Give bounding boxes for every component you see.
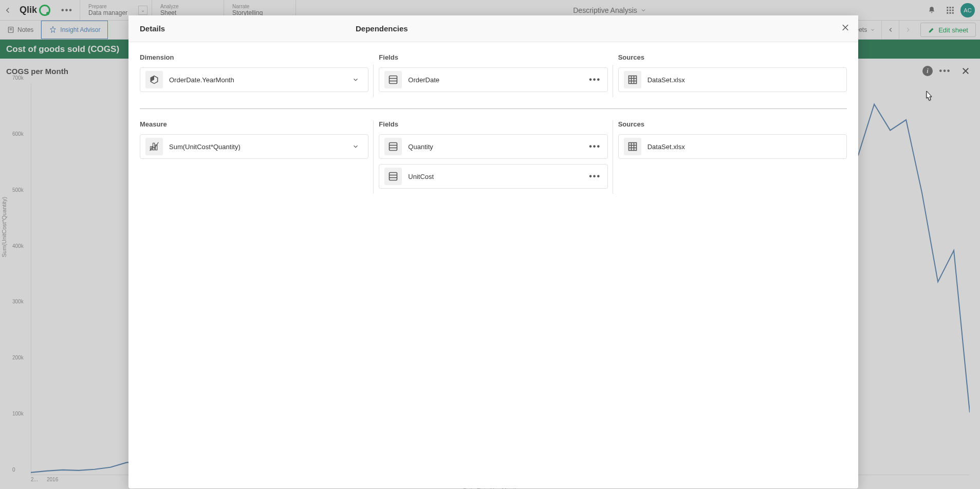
dependency-row-measure: Measure Sum(UnitCost*Quantity) Fields bbox=[140, 108, 847, 205]
app-title-dropdown[interactable]: Descriptive Analysis bbox=[573, 6, 646, 14]
modal-header: Details Dependencies bbox=[128, 15, 858, 42]
nav-tab-label: Prepare bbox=[88, 4, 143, 9]
notes-icon bbox=[7, 26, 14, 33]
apps-button[interactable] bbox=[942, 2, 958, 19]
fields-title: Fields bbox=[379, 120, 607, 128]
notes-button[interactable]: Notes bbox=[0, 21, 41, 39]
field-more-button[interactable]: ••• bbox=[588, 142, 602, 151]
close-icon bbox=[961, 66, 970, 76]
source-card[interactable]: DataSet.xlsx bbox=[618, 134, 847, 159]
nav-center: Descriptive Analysis bbox=[296, 6, 923, 14]
qlik-logo: Qlik bbox=[15, 5, 54, 16]
more-icon: ••• bbox=[939, 66, 951, 76]
pencil-icon bbox=[928, 26, 935, 33]
source-label: DataSet.xlsx bbox=[648, 143, 841, 151]
measure-icon bbox=[145, 138, 163, 155]
svg-rect-17 bbox=[390, 76, 397, 84]
field-more-button[interactable]: ••• bbox=[588, 75, 602, 84]
measure-label: Sum(UnitCost*Quantity) bbox=[169, 143, 348, 151]
chevron-right-icon bbox=[904, 26, 912, 33]
field-label: UnitCost bbox=[408, 173, 587, 180]
cube-icon bbox=[145, 71, 163, 88]
app-more-button[interactable]: ••• bbox=[54, 0, 80, 20]
expand-button[interactable] bbox=[348, 76, 363, 83]
expand-button[interactable] bbox=[348, 143, 363, 150]
field-label: OrderDate bbox=[408, 76, 587, 84]
table-icon bbox=[624, 138, 641, 155]
back-button[interactable] bbox=[0, 6, 15, 15]
chevron-down-icon[interactable]: ⌄ bbox=[138, 6, 147, 15]
chevron-down-icon bbox=[352, 143, 359, 150]
dependencies-modal: Details Dependencies Dimension OrderDate… bbox=[128, 15, 858, 488]
y-tick-label: 400k bbox=[12, 243, 24, 248]
source-card[interactable]: DataSet.xlsx bbox=[618, 67, 847, 92]
modal-close-button[interactable] bbox=[841, 23, 850, 34]
svg-rect-4 bbox=[950, 9, 951, 11]
edit-sheet-button[interactable]: Edit sheet bbox=[920, 23, 976, 37]
field-card[interactable]: UnitCost ••• bbox=[379, 164, 607, 189]
bell-icon bbox=[927, 6, 936, 15]
svg-rect-6 bbox=[947, 12, 948, 13]
y-axis-label: Sum(UnitCost*Quantity) bbox=[1, 197, 7, 257]
insight-icon bbox=[49, 26, 57, 34]
chart-toolbar: i ••• bbox=[922, 63, 974, 79]
sources-title: Sources bbox=[618, 53, 847, 61]
close-icon bbox=[841, 23, 850, 32]
nav-tab-label: Analyze bbox=[160, 4, 215, 9]
field-icon bbox=[384, 138, 402, 155]
dimension-title: Dimension bbox=[140, 53, 368, 61]
more-icon: ••• bbox=[589, 75, 601, 84]
x-tick-label: 2016 bbox=[47, 477, 58, 482]
field-card[interactable]: Quantity ••• bbox=[379, 134, 607, 159]
svg-rect-1 bbox=[950, 7, 951, 8]
sources-column: Sources DataSet.xlsx bbox=[618, 120, 847, 194]
y-tick-label: 0 bbox=[12, 467, 15, 473]
more-icon: ••• bbox=[589, 172, 601, 181]
svg-rect-3 bbox=[947, 9, 948, 11]
y-tick-label: 700k bbox=[12, 75, 24, 81]
svg-rect-7 bbox=[950, 12, 951, 13]
chevron-down-icon bbox=[870, 27, 875, 32]
measure-card[interactable]: Sum(UnitCost*Quantity) bbox=[140, 134, 368, 159]
y-tick-label: 300k bbox=[12, 299, 24, 304]
notes-label: Notes bbox=[17, 26, 33, 33]
svg-rect-20 bbox=[628, 76, 636, 84]
grid-icon bbox=[946, 6, 955, 15]
modal-tab-dependencies: Dependencies bbox=[356, 24, 408, 33]
svg-rect-31 bbox=[628, 143, 636, 151]
x-tick-label: 2... bbox=[31, 477, 38, 482]
modal-tab-details[interactable]: Details bbox=[140, 24, 356, 33]
chevron-left-icon bbox=[3, 6, 12, 15]
user-avatar[interactable]: AC bbox=[960, 3, 975, 17]
table-icon bbox=[624, 71, 641, 88]
measure-title: Measure bbox=[140, 120, 368, 128]
svg-rect-8 bbox=[952, 12, 954, 13]
y-tick-label: 600k bbox=[12, 131, 24, 136]
chart-info-button[interactable]: i bbox=[922, 66, 933, 76]
field-more-button[interactable]: ••• bbox=[588, 172, 602, 181]
next-sheet-button[interactable] bbox=[899, 21, 916, 39]
more-icon: ••• bbox=[589, 142, 601, 151]
chart-close-button[interactable] bbox=[957, 63, 974, 79]
nav-tab-label: Narrate bbox=[232, 4, 287, 9]
y-tick-label: 100k bbox=[12, 411, 24, 416]
y-tick-label: 200k bbox=[12, 355, 24, 360]
svg-rect-0 bbox=[947, 7, 948, 8]
insight-advisor-button[interactable]: Insight Advisor bbox=[41, 21, 108, 39]
chevron-down-icon bbox=[352, 76, 359, 83]
sources-column: Sources DataSet.xlsx bbox=[618, 53, 847, 97]
y-tick-label: 500k bbox=[12, 187, 24, 192]
modal-body: Dimension OrderDate.YearMonth Fields bbox=[128, 42, 858, 488]
prev-sheet-button[interactable] bbox=[881, 21, 899, 39]
svg-rect-28 bbox=[390, 173, 397, 180]
fields-column: Fields Quantity ••• UnitCost ••• bbox=[379, 120, 607, 194]
chart-more-button[interactable]: ••• bbox=[937, 63, 953, 79]
source-label: DataSet.xlsx bbox=[648, 76, 841, 84]
notifications-button[interactable] bbox=[923, 2, 940, 19]
edit-label: Edit sheet bbox=[938, 26, 968, 34]
cursor-icon bbox=[922, 90, 935, 104]
logo-text: Qlik bbox=[20, 5, 37, 15]
field-card[interactable]: OrderDate ••• bbox=[379, 67, 607, 92]
dimension-card[interactable]: OrderDate.YearMonth bbox=[140, 67, 368, 92]
svg-rect-25 bbox=[390, 143, 397, 151]
